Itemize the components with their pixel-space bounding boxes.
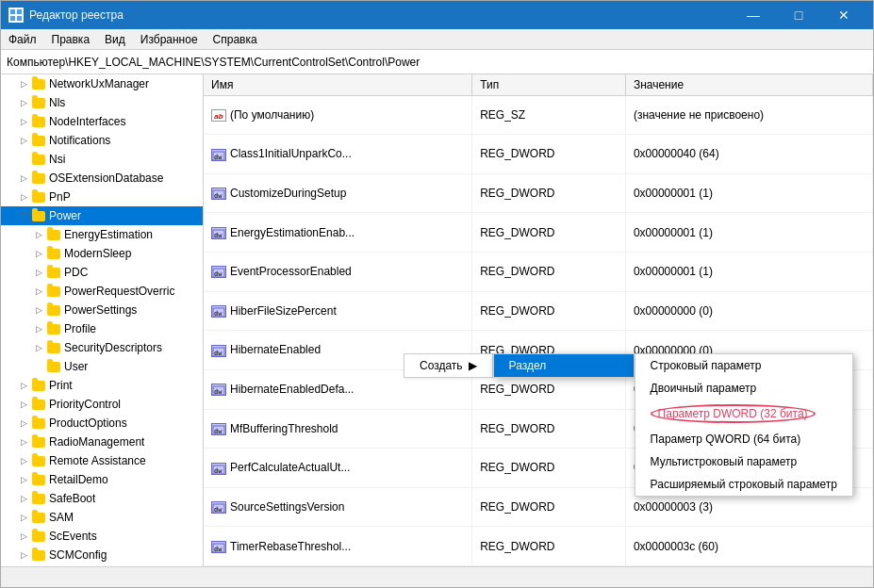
- create-button[interactable]: Создать ▶: [404, 353, 493, 378]
- razdel-menu: Раздел: [493, 353, 635, 378]
- flyout-item-5[interactable]: Расширяемый строковый параметр: [635, 473, 852, 496]
- context-menu-overlay: Создать ▶ Раздел Строковый параметр Двои…: [0, 0, 874, 588]
- submenu-container: Создать ▶ Раздел Строковый параметр Двои…: [404, 353, 853, 497]
- flyout-item-3[interactable]: Параметр QWORD (64 бита): [635, 428, 852, 450]
- flyout-item-4[interactable]: Мультистроковый параметр: [635, 450, 852, 473]
- flyout-menu: Строковый параметр Двоичный параметр Пар…: [635, 353, 853, 497]
- flyout-item-0[interactable]: Строковый параметр: [635, 354, 852, 377]
- razdel-item[interactable]: Раздел: [494, 354, 634, 377]
- submenu-row: Создать ▶ Раздел Строковый параметр Двои…: [404, 353, 853, 497]
- flyout-item-1[interactable]: Двоичный параметр: [635, 377, 852, 400]
- flyout-item-dword[interactable]: Параметр DWORD (32 бита): [635, 400, 852, 428]
- create-arrow: ▶: [469, 359, 477, 372]
- create-label: Создать: [420, 359, 463, 372]
- dword-circle-label: Параметр DWORD (32 бита): [651, 404, 816, 423]
